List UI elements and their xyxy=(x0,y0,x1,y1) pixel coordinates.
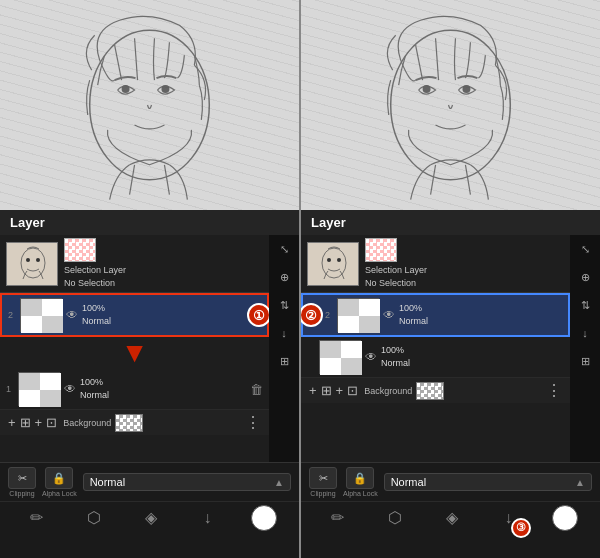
insert-icon-left[interactable]: + xyxy=(35,415,43,430)
layer-row-2-right[interactable]: ② 2 👁 1 xyxy=(301,293,570,337)
svg-point-21 xyxy=(462,85,470,93)
toolbar-row1-right: ✂ Clipping 🔒 Alpha Lock Normal ▲ xyxy=(301,463,600,501)
sidebar-move-left[interactable]: ⤡ xyxy=(272,237,296,261)
svg-rect-32 xyxy=(359,316,380,333)
alpha-lock-btn-left[interactable]: 🔒 Alpha Lock xyxy=(42,467,77,497)
layer-bottom-right: + ⊞ + ⊡ Background ⋮ xyxy=(301,378,570,403)
bg-label-right: Background xyxy=(364,386,412,396)
selection-thumb-character-left xyxy=(6,242,58,286)
sketch-canvas-left xyxy=(0,0,299,210)
layer-meta-1-left: 100% Normal xyxy=(80,376,246,403)
add-layer-icon-right[interactable]: + xyxy=(309,383,317,398)
brush-tool-left[interactable]: ⬡ xyxy=(80,504,108,532)
layer-thumb-1-right xyxy=(319,340,361,374)
alpha-lock-btn-right[interactable]: 🔒 Alpha Lock xyxy=(343,467,378,497)
eye-icon-2-right[interactable]: 👁 xyxy=(383,308,395,322)
mode-value-left: Normal xyxy=(90,476,125,488)
svg-point-1 xyxy=(122,85,130,93)
svg-point-26 xyxy=(327,258,331,262)
clipping-label-right: Clipping xyxy=(310,490,335,497)
toolbar-tools-left: ✏ ⬡ ◈ ↓ xyxy=(0,501,299,533)
selection-info-left: Selection Layer No Selection xyxy=(64,238,126,289)
clipping-btn-right[interactable]: ✂ Clipping xyxy=(309,467,337,497)
layer-num-2-right: 2 xyxy=(325,310,333,320)
pen-tool-left[interactable]: ✏ xyxy=(23,504,51,532)
selection-layer-row-right: Selection Layer No Selection xyxy=(301,235,570,293)
brush-tool-right[interactable]: ⬡ xyxy=(381,504,409,532)
svg-point-0 xyxy=(90,30,210,180)
clipping-btn-left[interactable]: ✂ Clipping xyxy=(8,467,36,497)
sidebar-duplicate-left[interactable]: ⊞ xyxy=(272,349,296,373)
mode-dropdown-right[interactable]: Normal ▲ xyxy=(384,473,592,491)
svg-line-23 xyxy=(465,165,470,195)
arrow-area-left: ▼ xyxy=(0,337,269,369)
color-circle-left[interactable] xyxy=(251,505,277,531)
eraser-tool-right[interactable]: ◈ xyxy=(438,504,466,532)
copy-icon-left[interactable]: ⊡ xyxy=(46,415,57,430)
sidebar-download-left[interactable]: ↓ xyxy=(272,321,296,345)
svg-rect-30 xyxy=(359,299,380,316)
more-menu-left[interactable]: ⋮ xyxy=(245,413,261,432)
alpha-lock-icon-right: 🔒 xyxy=(346,467,374,489)
sidebar-transform-right[interactable]: ⊕ xyxy=(573,265,597,289)
svg-point-2 xyxy=(161,85,169,93)
step-badge-3: ③ xyxy=(511,518,531,538)
sidebar-download-right[interactable]: ↓ xyxy=(573,321,597,345)
pen-tool-right[interactable]: ✏ xyxy=(324,504,352,532)
step-badge-1: ① xyxy=(247,303,269,327)
color-circle-right[interactable] xyxy=(552,505,578,531)
right-panel: Layer xyxy=(301,0,600,558)
more-menu-right[interactable]: ⋮ xyxy=(546,381,562,400)
delete-icon-left[interactable]: 🗑 xyxy=(250,382,263,397)
selection-layer-row-left: Selection Layer No Selection xyxy=(0,235,269,293)
selection-checker-right xyxy=(365,238,397,262)
svg-rect-15 xyxy=(19,373,40,390)
svg-line-22 xyxy=(431,165,436,195)
arrow-tool-wrap-right: ↓ ③ xyxy=(495,504,523,532)
layer-meta-2-right: 100% Normal xyxy=(399,302,562,329)
layer-num-2-left: 2 xyxy=(8,310,16,320)
layer-row-1-left[interactable]: 1 👁 100% xyxy=(0,369,269,410)
copy-icon-right[interactable]: ⊡ xyxy=(347,383,358,398)
eye-icon-2-left[interactable]: 👁 xyxy=(66,308,78,322)
eye-icon-1-right[interactable]: 👁 xyxy=(365,350,377,364)
arrow-tool-left[interactable]: ↓ xyxy=(194,504,222,532)
svg-rect-18 xyxy=(40,390,61,407)
eye-icon-1-left[interactable]: 👁 xyxy=(64,382,76,396)
layer-row-2-left[interactable]: 2 👁 100% xyxy=(0,293,269,337)
eraser-tool-left[interactable]: ◈ xyxy=(137,504,165,532)
svg-rect-37 xyxy=(341,358,362,375)
svg-point-27 xyxy=(337,258,341,262)
insert-icon-right[interactable]: + xyxy=(336,383,344,398)
bg-checker-right xyxy=(416,382,444,400)
toolbar-tools-right: ✏ ⬡ ◈ ↓ ③ xyxy=(301,501,600,533)
clipping-icon-left: ✂ xyxy=(8,467,36,489)
sidebar-transform-left[interactable]: ⊕ xyxy=(272,265,296,289)
down-arrow-left: ▼ xyxy=(121,339,149,367)
merge-icon-right[interactable]: ⊞ xyxy=(321,383,332,398)
svg-point-20 xyxy=(423,85,431,93)
svg-rect-13 xyxy=(42,316,63,333)
layer-meta-2-left: 100% Normal xyxy=(82,302,261,329)
toolbar-row1-left: ✂ Clipping 🔒 Alpha Lock Normal ▲ xyxy=(0,463,299,501)
layer-panel-header-left: Layer xyxy=(0,210,299,235)
selection-layer-label-left: Selection Layer No Selection xyxy=(64,264,126,289)
svg-rect-34 xyxy=(320,341,341,358)
svg-rect-35 xyxy=(341,341,362,358)
merge-icon-left[interactable]: ⊞ xyxy=(20,415,31,430)
add-layer-icon-left[interactable]: + xyxy=(8,415,16,430)
svg-line-3 xyxy=(130,165,135,195)
svg-rect-29 xyxy=(338,299,359,316)
sidebar-flip-left[interactable]: ⇅ xyxy=(272,293,296,317)
layer-row-1-right[interactable]: 👁 100% Normal xyxy=(301,337,570,378)
svg-rect-17 xyxy=(19,390,40,407)
sidebar-move-right[interactable]: ⤡ xyxy=(573,237,597,261)
mode-dropdown-left[interactable]: Normal ▲ xyxy=(83,473,291,491)
sidebar-flip-right[interactable]: ⇅ xyxy=(573,293,597,317)
main-container: Layer xyxy=(0,0,600,558)
svg-rect-12 xyxy=(21,316,42,333)
svg-point-7 xyxy=(26,258,30,262)
sidebar-duplicate-right[interactable]: ⊞ xyxy=(573,349,597,373)
layer-thumb-2-right xyxy=(337,298,379,332)
mode-chevron-right: ▲ xyxy=(575,477,585,488)
